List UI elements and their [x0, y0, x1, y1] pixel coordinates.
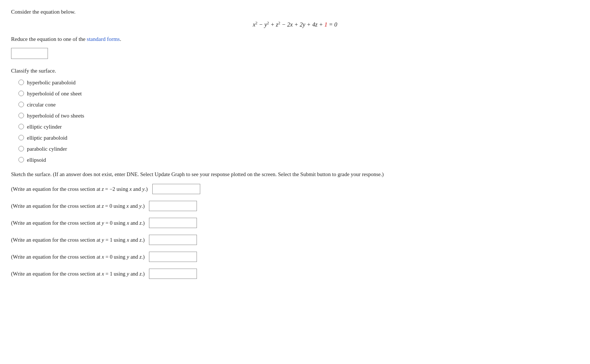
cross-section-label-y-1: (Write an equation for the cross section… — [11, 236, 145, 244]
sketch-intro: Sketch the surface. (If an answer does n… — [11, 170, 579, 179]
cross-section-input-x-1[interactable] — [149, 269, 197, 279]
radio-item-hyperboloid-two[interactable]: hyperboloid of two sheets — [18, 111, 579, 120]
cross-section-input-y-1[interactable] — [149, 235, 197, 245]
consider-text: Consider the equation below. — [11, 7, 579, 16]
radio-group: hyperbolic paraboloid hyperboloid of one… — [18, 78, 579, 164]
label-hyperboloid-two: hyperboloid of two sheets — [27, 111, 84, 120]
label-parabolic-cylinder: parabolic cylinder — [27, 144, 67, 153]
radio-item-ellipsoid[interactable]: ellipsoid — [18, 155, 579, 164]
radio-hyperboloid-two[interactable] — [18, 113, 24, 118]
reduced-form-input[interactable] — [11, 48, 48, 59]
radio-hyperboloid-one[interactable] — [18, 91, 24, 96]
cross-section-label-y-0: (Write an equation for the cross section… — [11, 219, 145, 227]
radio-item-hyperboloid-one[interactable]: hyperboloid of one sheet — [18, 89, 579, 98]
cross-section-row-z-0: (Write an equation for the cross section… — [11, 201, 579, 211]
classify-section: Classify the surface. hyperbolic parabol… — [11, 66, 579, 164]
cross-section-input-z-neg2[interactable] — [152, 184, 200, 194]
radio-elliptic-paraboloid[interactable] — [18, 135, 24, 140]
radio-item-elliptic-cylinder[interactable]: elliptic cylinder — [18, 122, 579, 131]
cross-section-label-z-neg2: (Write an equation for the cross section… — [11, 185, 148, 193]
equation-display: x2 − y2 + z2 − 2x + 2y + 4z + 1 = 0 — [11, 20, 579, 29]
label-hyperboloid-one: hyperboloid of one sheet — [27, 89, 82, 98]
label-hyperbolic-paraboloid: hyperbolic paraboloid — [27, 78, 76, 87]
radio-parabolic-cylinder[interactable] — [18, 146, 24, 151]
cross-section-label-x-1: (Write an equation for the cross section… — [11, 270, 145, 278]
cross-section-input-x-0[interactable] — [149, 252, 197, 262]
radio-circular-cone[interactable] — [18, 102, 24, 107]
radio-item-elliptic-paraboloid[interactable]: elliptic paraboloid — [18, 133, 579, 142]
radio-ellipsoid[interactable] — [18, 157, 24, 162]
radio-elliptic-cylinder[interactable] — [18, 124, 24, 129]
radio-hyperbolic-paraboloid[interactable] — [18, 80, 24, 85]
cross-section-label-z-0: (Write an equation for the cross section… — [11, 202, 145, 210]
radio-item-parabolic-cylinder[interactable]: parabolic cylinder — [18, 144, 579, 153]
sketch-section: Sketch the surface. (If an answer does n… — [11, 170, 579, 279]
cross-section-input-y-0[interactable] — [149, 218, 197, 228]
cross-section-row-x-0: (Write an equation for the cross section… — [11, 252, 579, 262]
cross-section-row-x-1: (Write an equation for the cross section… — [11, 269, 579, 279]
label-ellipsoid: ellipsoid — [27, 155, 46, 164]
cross-section-input-z-0[interactable] — [149, 201, 197, 211]
cross-section-row-z-neg2: (Write an equation for the cross section… — [11, 184, 579, 194]
label-elliptic-paraboloid: elliptic paraboloid — [27, 133, 67, 142]
radio-item-hyperbolic-paraboloid[interactable]: hyperbolic paraboloid — [18, 78, 579, 87]
label-circular-cone: circular cone — [27, 100, 56, 109]
label-elliptic-cylinder: elliptic cylinder — [27, 122, 62, 131]
standard-forms-link[interactable]: standard forms — [87, 36, 120, 42]
reduce-text: Reduce the equation to one of the standa… — [11, 35, 579, 43]
classify-label: Classify the surface. — [11, 66, 579, 75]
cross-section-label-x-0: (Write an equation for the cross section… — [11, 253, 145, 261]
radio-item-circular-cone[interactable]: circular cone — [18, 100, 579, 109]
cross-section-row-y-1: (Write an equation for the cross section… — [11, 235, 579, 245]
cross-section-row-y-0: (Write an equation for the cross section… — [11, 218, 579, 228]
